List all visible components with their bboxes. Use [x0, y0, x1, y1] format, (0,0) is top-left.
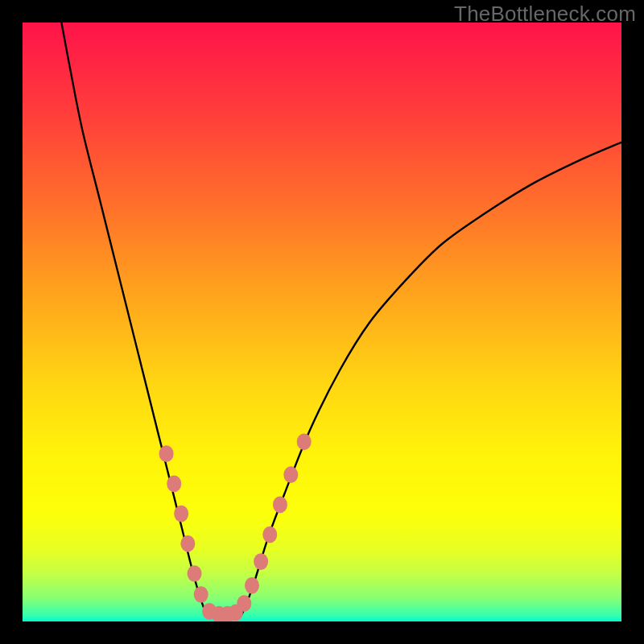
plot-area [23, 23, 621, 621]
highlight-dot [188, 565, 202, 582]
highlight-dot [245, 577, 259, 594]
highlight-dot [283, 466, 298, 483]
highlight-dot [212, 606, 226, 621]
bottleneck-curve [23, 23, 621, 621]
highlight-dot [273, 497, 287, 514]
curve-path [61, 23, 621, 619]
highlight-dot [262, 526, 277, 543]
highlight-dot [202, 603, 217, 620]
highlight-dot [220, 606, 234, 621]
highlight-dot [180, 535, 195, 552]
highlight-dot [159, 445, 174, 462]
highlight-dot [229, 604, 243, 621]
highlight-dot [167, 476, 181, 493]
highlight-dot [297, 433, 312, 450]
highlight-dot [194, 586, 208, 603]
highlight-dot [254, 553, 268, 570]
chart-frame: TheBottleneck.com [0, 0, 644, 644]
highlight-dot [237, 595, 251, 612]
highlight-dot [174, 506, 188, 522]
watermark-text: TheBottleneck.com [454, 2, 636, 27]
